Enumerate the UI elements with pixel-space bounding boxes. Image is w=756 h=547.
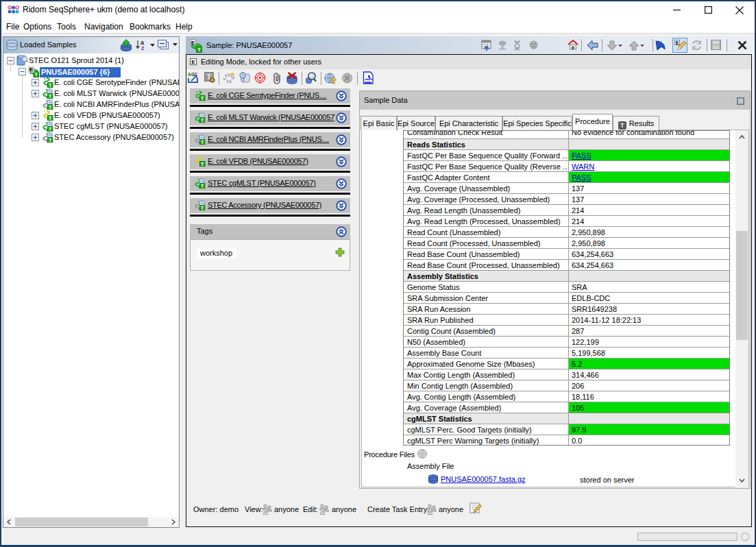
- svg-text:T: T: [201, 184, 204, 189]
- svg-text:z: z: [141, 45, 145, 51]
- svg-text:T: T: [35, 72, 38, 77]
- svg-text:T: T: [49, 127, 52, 132]
- svg-text:T: T: [49, 94, 52, 99]
- svg-text:T: T: [49, 116, 52, 121]
- svg-text:T: T: [201, 206, 204, 210]
- svg-text:T: T: [197, 47, 201, 53]
- svg-text:T: T: [201, 96, 204, 101]
- svg-text:T: T: [49, 83, 52, 88]
- svg-text:T: T: [201, 162, 204, 167]
- svg-text:T: T: [201, 140, 204, 145]
- svg-text:T: T: [201, 118, 204, 123]
- svg-text:T: T: [49, 138, 52, 143]
- svg-text:T: T: [49, 105, 52, 110]
